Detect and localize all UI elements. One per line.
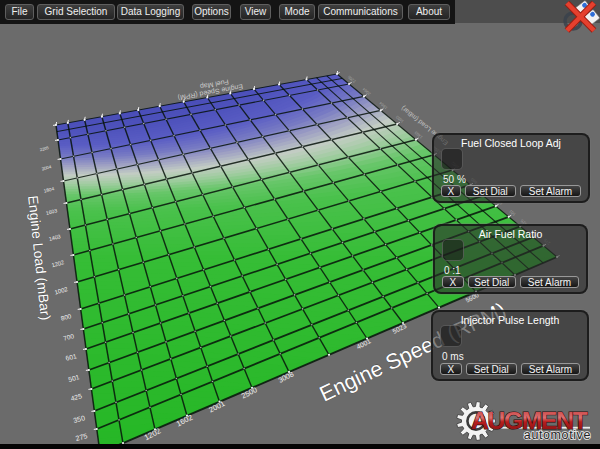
svg-text:800: 800 bbox=[60, 312, 72, 322]
svg-text:1403: 1403 bbox=[48, 233, 61, 242]
svg-text:1202: 1202 bbox=[51, 259, 65, 268]
svg-text:1603: 1603 bbox=[45, 207, 58, 216]
svg-text:501: 501 bbox=[68, 373, 81, 383]
svg-text:601: 601 bbox=[65, 352, 78, 362]
svg-text:automotive: automotive bbox=[524, 428, 591, 442]
svg-text:2004: 2004 bbox=[41, 164, 52, 172]
svg-text:350: 350 bbox=[73, 414, 86, 424]
svg-text:275: 275 bbox=[75, 432, 89, 443]
svg-text:501: 501 bbox=[507, 208, 516, 217]
svg-text:700: 700 bbox=[63, 332, 76, 342]
svg-text:1804: 1804 bbox=[43, 186, 55, 194]
svg-text:1002: 1002 bbox=[54, 286, 69, 295]
svg-text:425: 425 bbox=[70, 392, 83, 402]
svg-text:2205: 2205 bbox=[39, 145, 50, 152]
